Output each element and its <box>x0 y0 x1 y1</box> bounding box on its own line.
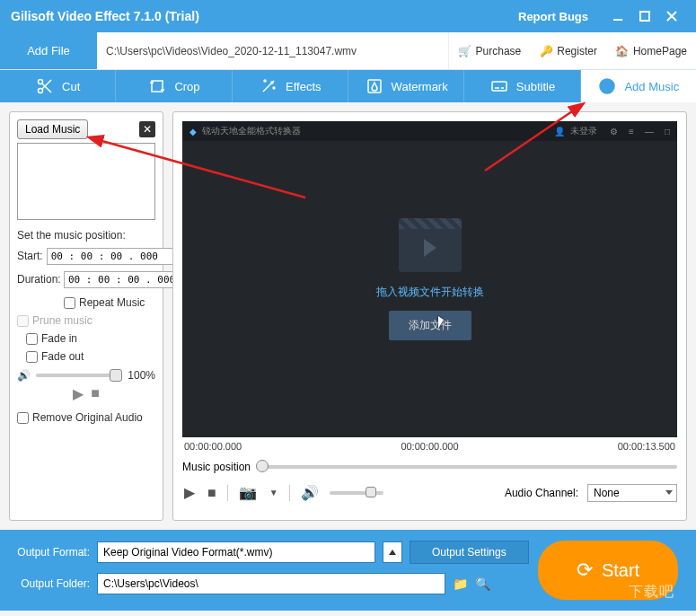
load-music-button[interactable]: Load Music <box>17 119 88 139</box>
bottom-bar: Output Format: Output Settings Output Fo… <box>0 530 696 611</box>
browse-folder-icon[interactable]: 📁 <box>453 576 468 591</box>
preview-panel: ◆ 锐动天地全能格式转换器 👤 未登录 ⚙ ≡ — □ 拖入视频文件开始转换 添… <box>172 111 687 521</box>
minimize-button[interactable] <box>604 3 631 30</box>
clear-music-button[interactable]: ✕ <box>139 121 155 137</box>
file-path-display: C:\Users\pc\Videos\Video_2020-12-11_1130… <box>97 32 449 69</box>
music-position-heading: Set the music position: <box>17 229 155 242</box>
snapshot-button[interactable]: 📷 <box>237 482 259 503</box>
speaker-icon: 🔊 <box>17 369 31 382</box>
tab-cut-label: Cut <box>62 80 80 93</box>
droplet-icon <box>365 76 384 96</box>
output-folder-field[interactable] <box>97 573 445 594</box>
subtitle-icon <box>489 76 509 96</box>
preview-speaker-icon: 🔊 <box>299 482 321 503</box>
output-format-field[interactable] <box>97 541 375 563</box>
preview-stop-button[interactable]: ■ <box>206 483 218 503</box>
output-settings-button[interactable]: Output Settings <box>410 541 529 564</box>
prune-music-label: Prune music <box>32 314 93 327</box>
audio-channel-label: Audio Channel: <box>505 487 578 499</box>
music-volume-value: 100% <box>128 369 155 382</box>
homepage-link[interactable]: 🏠 HomePage <box>606 32 696 69</box>
cart-icon: 🛒 <box>458 44 472 58</box>
tab-add-music[interactable]: Add Music <box>581 70 696 102</box>
tab-cut[interactable]: Cut <box>0 70 116 102</box>
tab-subtitle[interactable]: Subtitle <box>464 70 580 102</box>
add-file-button[interactable]: Add File <box>0 32 97 69</box>
tab-effects[interactable]: Effects <box>233 70 348 102</box>
wand-icon <box>259 76 278 96</box>
inner-max-icon: □ <box>665 127 670 136</box>
svg-point-20 <box>605 84 609 88</box>
open-folder-icon[interactable]: 🔍 <box>475 576 490 591</box>
svg-point-14 <box>273 87 275 89</box>
preview-volume-slider[interactable] <box>330 491 383 495</box>
inner-app-header: ◆ 锐动天地全能格式转换器 👤 未登录 ⚙ ≡ — □ <box>182 121 677 141</box>
prune-music-checkbox <box>17 315 29 327</box>
scissors-icon <box>35 76 55 96</box>
cursor-icon <box>438 316 444 329</box>
inner-logo-icon: ◆ <box>189 127 197 136</box>
snapshot-dropdown[interactable]: ▼ <box>268 486 280 499</box>
inner-user-icon: 👤 <box>554 127 565 136</box>
svg-point-5 <box>39 89 43 93</box>
inner-min-icon: — <box>645 127 654 136</box>
start-time-input[interactable] <box>47 248 188 265</box>
remove-original-audio-label: Remove Original Audio <box>32 411 143 424</box>
purchase-link[interactable]: 🛒 Purchase <box>449 32 531 69</box>
music-list[interactable] <box>17 143 155 220</box>
tab-watermark-label: Watermark <box>392 80 448 93</box>
music-volume-slider[interactable] <box>36 374 122 377</box>
tab-effects-label: Effects <box>286 80 322 93</box>
tab-watermark[interactable]: Watermark <box>348 70 464 102</box>
svg-rect-1 <box>640 12 649 21</box>
audio-channel-select[interactable]: None <box>587 484 677 502</box>
toolbar: Add File C:\Users\pc\Videos\Video_2020-1… <box>0 32 696 70</box>
tab-subtitle-label: Subtitle <box>516 80 555 93</box>
key-icon: 🔑 <box>539 44 553 58</box>
music-play-button[interactable]: ▶ <box>73 385 84 402</box>
repeat-music-label: Repeat Music <box>79 296 145 309</box>
register-link[interactable]: 🔑 Register <box>530 32 606 69</box>
svg-rect-16 <box>492 82 507 91</box>
output-format-label: Output Format: <box>13 546 90 559</box>
close-button[interactable] <box>658 3 685 30</box>
tabs-bar: Cut Crop Effects Watermark Subtitle Add … <box>0 70 696 102</box>
drag-hint-text: 拖入视频文件开始转换 <box>376 285 484 300</box>
inner-add-file-button[interactable]: 添加文件 <box>389 311 471 340</box>
clapperboard-icon <box>399 218 462 272</box>
fade-out-checkbox[interactable] <box>26 351 38 363</box>
inner-menu-icon: ≡ <box>629 127 634 136</box>
fade-in-checkbox[interactable] <box>26 333 38 345</box>
register-label: Register <box>557 45 597 57</box>
repeat-music-checkbox[interactable] <box>64 297 75 309</box>
tab-crop-label: Crop <box>174 80 199 93</box>
duration-label: Duration: <box>17 273 60 286</box>
tab-crop[interactable]: Crop <box>116 70 232 102</box>
start-label: Start: <box>17 250 43 262</box>
maximize-button[interactable] <box>631 3 658 30</box>
inner-settings-icon: ⚙ <box>610 127 618 136</box>
timecode-end: 00:00:13.500 <box>618 441 675 452</box>
home-icon: 🏠 <box>615 44 630 58</box>
preview-play-button[interactable]: ▶ <box>182 482 197 503</box>
titlebar: Gilisoft Video Effect 7.1.0 (Trial) Repo… <box>0 0 696 32</box>
fade-in-label: Fade in <box>41 332 77 345</box>
report-bugs-link[interactable]: Report Bugs <box>518 10 588 23</box>
inner-app-title: 锐动天地全能格式转换器 <box>202 125 301 137</box>
svg-point-13 <box>264 80 266 82</box>
timecode-current: 00:00:00.000 <box>401 441 458 452</box>
crop-icon <box>147 76 167 96</box>
music-side-panel: Load Music ✕ Set the music position: Sta… <box>9 111 163 521</box>
tab-add-music-label: Add Music <box>624 80 679 93</box>
svg-point-12 <box>271 82 273 84</box>
start-button[interactable]: ⟳ Start <box>538 541 678 600</box>
video-preview: ◆ 锐动天地全能格式转换器 👤 未登录 ⚙ ≡ — □ 拖入视频文件开始转换 添… <box>182 121 677 437</box>
music-position-label: Music position <box>182 461 251 473</box>
audio-channel-value: None <box>594 487 620 499</box>
remove-original-audio-checkbox[interactable] <box>17 412 29 424</box>
music-stop-button[interactable]: ■ <box>91 385 100 402</box>
fade-out-label: Fade out <box>41 350 84 363</box>
music-position-slider[interactable] <box>256 465 677 469</box>
svg-point-4 <box>39 80 43 84</box>
output-format-dropdown[interactable] <box>383 541 402 563</box>
